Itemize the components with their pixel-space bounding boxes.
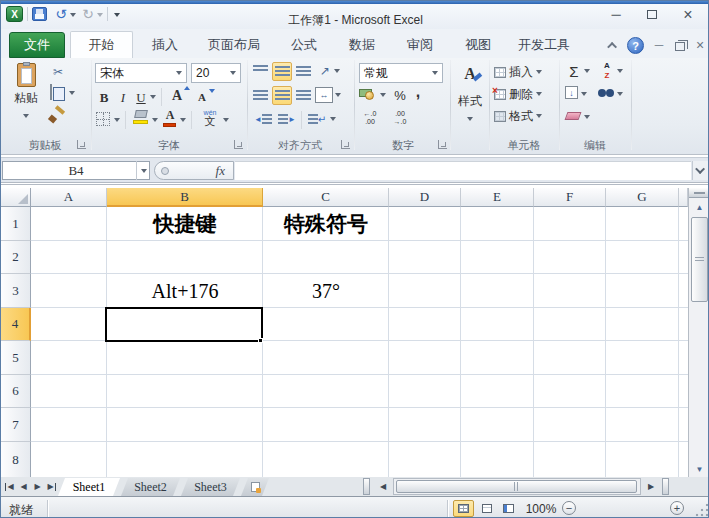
cell-c3[interactable]: 37° (263, 274, 389, 308)
column-header-c[interactable]: C (263, 188, 389, 207)
first-sheet-button[interactable]: ◀ (3, 477, 16, 496)
align-right-button[interactable] (294, 87, 313, 104)
tab-review[interactable]: 审阅 (391, 32, 449, 58)
row-header-8[interactable]: 8 (1, 442, 31, 478)
clear-icon[interactable] (566, 112, 580, 120)
clipboard-dialog-launcher[interactable] (77, 140, 86, 149)
tab-home[interactable]: 开始 (70, 31, 133, 58)
italic-button[interactable]: I (115, 88, 131, 107)
comma-style-button[interactable]: , (411, 82, 425, 102)
row-header-4[interactable]: 4 (1, 308, 31, 341)
insert-worksheet-button[interactable] (241, 478, 269, 496)
zoom-level[interactable]: 100% (522, 502, 560, 516)
orientation-icon[interactable]: ↗ (316, 62, 334, 80)
minimize-button[interactable]: ─ (602, 4, 630, 25)
format-cells-button[interactable]: 格式 (494, 107, 542, 125)
vertical-scroll-thumb[interactable] (691, 217, 708, 302)
workbook-restore-icon[interactable] (672, 38, 688, 54)
expand-formula-bar-icon[interactable] (692, 161, 709, 180)
tab-formulas[interactable]: 公式 (275, 32, 333, 58)
align-center-button[interactable] (272, 86, 292, 105)
align-left-button[interactable] (251, 87, 270, 104)
borders-dropdown-caret[interactable] (114, 118, 120, 122)
copy-dropdown-caret[interactable] (69, 91, 75, 95)
tab-page-layout[interactable]: 页面布局 (195, 32, 273, 58)
tab-data[interactable]: 数据 (333, 32, 391, 58)
scroll-down-icon[interactable]: ▼ (689, 460, 709, 478)
row-header-5[interactable]: 5 (1, 341, 31, 375)
font-color-dropdown-caret[interactable] (180, 118, 186, 122)
clear-dropdown-caret[interactable] (584, 115, 590, 119)
bold-button[interactable]: B (95, 88, 113, 107)
vertical-split-handle[interactable] (689, 188, 709, 198)
insert-function-button[interactable]: fx (154, 161, 234, 180)
undo-dropdown-caret[interactable] (70, 13, 76, 17)
zoom-in-button[interactable]: + (670, 501, 684, 515)
align-bottom-button[interactable] (294, 63, 313, 80)
font-color-icon[interactable]: A (163, 108, 177, 127)
fill-handle[interactable] (258, 338, 263, 343)
redo-icon[interactable]: ↻ (80, 6, 96, 22)
number-format-combo[interactable]: 常规 (359, 63, 443, 83)
accounting-format-icon[interactable] (359, 87, 377, 101)
tab-insert[interactable]: 插入 (137, 32, 193, 58)
fill-color-dropdown-caret[interactable] (152, 118, 158, 122)
find-select-icon[interactable] (598, 88, 614, 98)
horizontal-scrollbar[interactable] (393, 478, 641, 495)
wrap-text-icon[interactable]: ↵ (307, 111, 327, 128)
tab-file[interactable]: 文件 (9, 32, 65, 58)
zoom-out-button[interactable]: − (562, 501, 576, 515)
scroll-right-icon[interactable]: ▶ (642, 477, 660, 496)
scroll-left-icon[interactable]: ◀ (374, 477, 392, 496)
delete-cells-button[interactable]: × 删除 (494, 85, 542, 103)
fill-dropdown-caret[interactable] (581, 92, 587, 96)
phonetic-dropdown-caret[interactable] (223, 118, 229, 122)
prev-sheet-button[interactable]: ◀ (17, 477, 30, 496)
undo-icon[interactable]: ↺ (53, 6, 69, 22)
collapse-ribbon-icon[interactable] (605, 37, 621, 53)
column-header-partial[interactable] (679, 188, 688, 207)
close-button[interactable]: × (674, 4, 702, 25)
name-box-dropdown[interactable] (136, 161, 150, 180)
name-box[interactable]: B4 (2, 161, 150, 180)
decrease-decimal-button[interactable]: .00 →.0 (387, 110, 413, 126)
excel-logo-icon[interactable]: X (6, 6, 23, 22)
workbook-close-icon[interactable]: × (692, 37, 708, 53)
paste-button[interactable]: 粘贴 (6, 61, 46, 133)
column-header-d[interactable]: D (389, 188, 461, 207)
autosum-dropdown-caret[interactable] (584, 69, 590, 73)
sheet-tab-sheet3[interactable]: Sheet3 (181, 478, 240, 496)
accounting-dropdown-caret[interactable] (380, 93, 386, 97)
row-header-2[interactable]: 2 (1, 241, 31, 274)
copy-icon[interactable] (50, 85, 52, 99)
sort-filter-dropdown-caret[interactable] (617, 69, 623, 73)
alignment-dialog-launcher[interactable] (341, 140, 350, 149)
formula-input[interactable] (235, 161, 691, 180)
increase-decimal-button[interactable]: ←.0 .00 (357, 110, 383, 126)
view-page-layout-button[interactable] (476, 500, 497, 517)
cut-icon[interactable]: ✂ (48, 63, 68, 81)
save-icon[interactable] (32, 7, 47, 21)
number-dialog-launcher[interactable] (438, 140, 447, 149)
scroll-up-icon[interactable]: ▲ (689, 198, 709, 216)
align-middle-button[interactable] (272, 62, 292, 81)
row-header-6[interactable]: 6 (1, 375, 31, 408)
view-normal-button[interactable] (453, 500, 474, 517)
select-all-corner[interactable] (1, 188, 31, 207)
font-name-combo[interactable]: 宋体 (95, 63, 187, 83)
horizontal-scroll-thumb[interactable] (396, 480, 637, 493)
tab-developer[interactable]: 开发工具 (507, 32, 581, 58)
merge-dropdown-caret[interactable] (335, 93, 341, 97)
tab-scrollbar-split-handle[interactable] (363, 478, 370, 495)
percent-style-button[interactable]: % (391, 86, 409, 104)
row-header-3[interactable]: 3 (1, 274, 31, 308)
borders-icon[interactable] (96, 112, 110, 126)
font-size-combo[interactable]: 20 (191, 63, 241, 83)
fill-color-icon[interactable] (133, 110, 149, 124)
find-dropdown-caret[interactable] (617, 92, 623, 96)
orientation-dropdown-caret[interactable] (334, 69, 340, 73)
sheet-tab-sheet2[interactable]: Sheet2 (121, 478, 180, 496)
phonetic-guide-icon[interactable]: wén 文 (199, 107, 221, 125)
cell-c1[interactable]: 特殊符号 (263, 207, 389, 241)
maximize-button[interactable] (638, 4, 666, 25)
